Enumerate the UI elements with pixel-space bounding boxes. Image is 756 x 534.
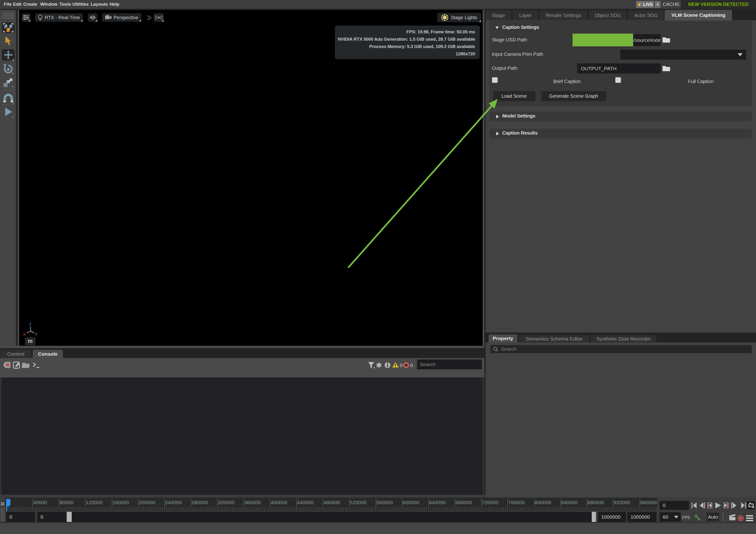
svg-text:0: 0	[400, 363, 403, 368]
svg-text:0: 0	[410, 363, 413, 368]
svg-text:Y: Y	[35, 332, 38, 337]
svg-text:X: X	[23, 332, 26, 337]
svg-text:Z: Z	[29, 322, 32, 326]
